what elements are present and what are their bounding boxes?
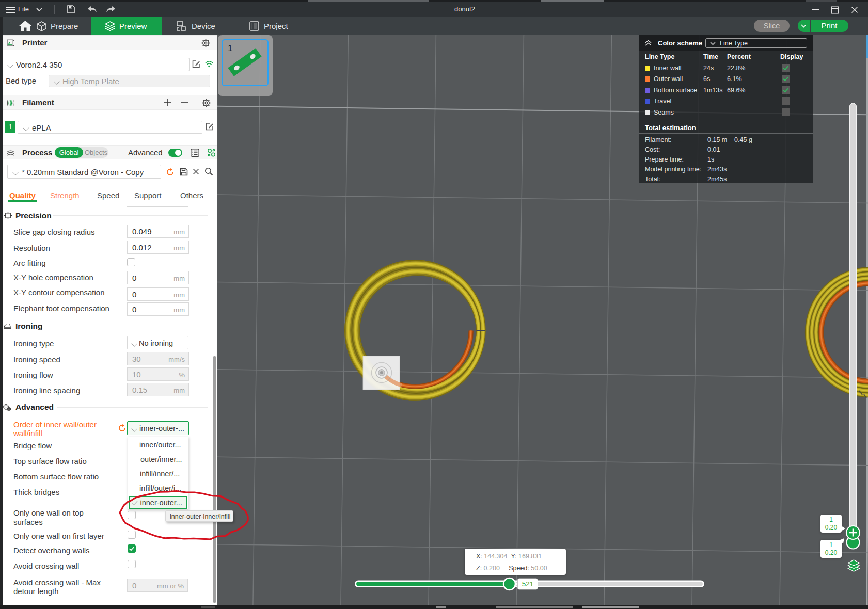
svg-text:521: 521 xyxy=(522,580,534,588)
